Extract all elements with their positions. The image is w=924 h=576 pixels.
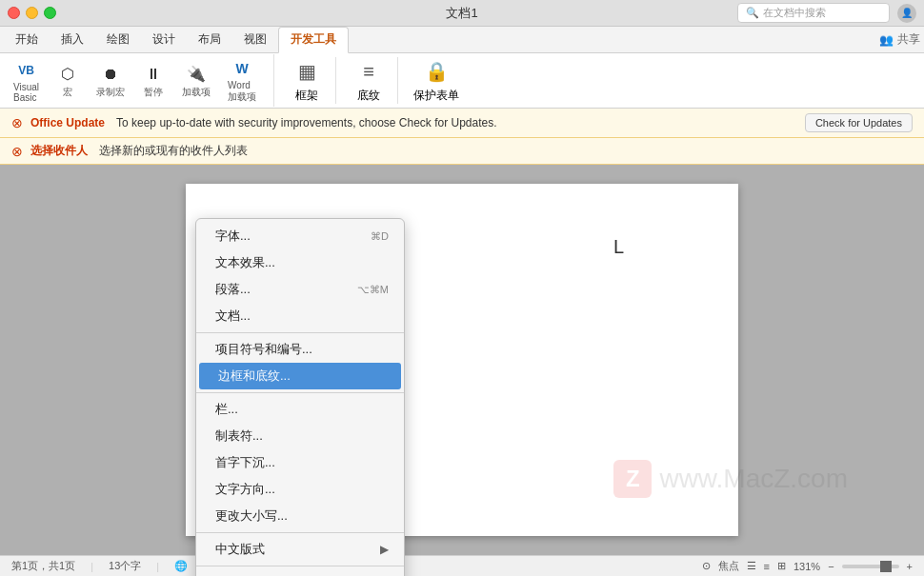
menu-item-bullets[interactable]: 项目符号和编号... [196, 336, 404, 363]
office-update-bar: ⊗ Office Update To keep up-to-date with … [0, 109, 924, 138]
recipient-title: 选择收件人 [30, 143, 88, 159]
view-mode-1[interactable]: ☰ [747, 560, 756, 572]
word-addon-button[interactable]: W Word加载项 [222, 54, 262, 107]
menu-item-text-direction[interactable]: 文字方向... [196, 476, 404, 503]
tab-insert[interactable]: 插入 [50, 28, 95, 52]
update-error-icon: ⊗ [11, 115, 23, 130]
share-button[interactable]: 👥 共享 [879, 31, 920, 52]
watermark-url: www.MacZ.com [659, 464, 848, 494]
close-button[interactable] [8, 7, 20, 19]
zoom-slider[interactable] [842, 565, 899, 568]
pause-label: 暂停 [144, 86, 163, 99]
texture-button[interactable]: ≡ [352, 57, 386, 86]
tab-devtools[interactable]: 开发工具 [278, 27, 349, 53]
vb-label: VisualBasic [13, 82, 39, 103]
traffic-lights [8, 7, 56, 19]
pause-icon: ⏸ [142, 63, 165, 86]
zoom-minus[interactable]: − [828, 561, 834, 572]
menu-label-document: 文档... [215, 308, 251, 325]
language: 🌐 [174, 560, 188, 572]
watermark-logo: Z [613, 460, 652, 498]
record-icon: ⏺ [99, 63, 122, 86]
addon-label: 加载项 [182, 86, 211, 99]
view-mode-2[interactable]: ≡ [764, 561, 770, 572]
menu-item-document[interactable]: 文档... [196, 303, 404, 329]
word-label: Word加载项 [228, 80, 256, 104]
vb-icon: VB [15, 59, 38, 82]
tab-design[interactable]: 设计 [141, 28, 187, 52]
recipient-error-icon: ⊗ [11, 144, 23, 159]
menu-label-bullets: 项目符号和编号... [215, 341, 312, 358]
menu-item-borders[interactable]: 边框和底纹... [199, 363, 401, 389]
addon-icon: 🔌 [185, 63, 208, 86]
zoom-level: 131% [793, 561, 820, 572]
search-icon: 🔍 [746, 7, 759, 19]
toolbar-group-frame: ▦ 框架 [290, 57, 336, 104]
search-box[interactable]: 🔍 在文档中搜索 [737, 3, 890, 23]
share-icon: 👥 [879, 33, 894, 47]
shortcut-font: ⌘D [371, 230, 389, 243]
addon-button[interactable]: 🔌 加载项 [176, 60, 216, 102]
menu-item-tabs[interactable]: 制表符... [196, 423, 404, 449]
search-placeholder: 在文档中搜索 [763, 6, 826, 20]
view-mode-3[interactable]: ⊞ [777, 560, 786, 572]
menu-label-text-direction: 文字方向... [215, 481, 275, 498]
frame-icon: ▦ [295, 60, 318, 83]
protect-button[interactable]: 🔒 [419, 57, 453, 86]
submenu-arrow: ▶ [380, 543, 389, 556]
menu-item-dropcap[interactable]: 首字下沉... [196, 449, 404, 476]
avatar: 👤 [897, 4, 916, 23]
word-icon: W [231, 57, 253, 80]
toolbar-group-texture: ≡ 底纹 [352, 57, 398, 104]
menu-label-font: 字体... [215, 228, 251, 245]
macro-button[interactable]: ⬡ 宏 [50, 60, 85, 102]
visual-basic-button[interactable]: VB VisualBasic [8, 56, 45, 106]
app-window: 文档1 🔍 在文档中搜索 👤 开始 插入 绘图 设计 布局 视图 开发工具 👥 … [0, 0, 924, 576]
toolbar-group-basic: VB VisualBasic ⬡ 宏 ⏺ 录制宏 ⏸ 暂停 🔌 加载项 [8, 54, 274, 107]
menu-label-dropcap: 首字下沉... [215, 454, 275, 471]
frame-label: 框架 [295, 88, 318, 104]
tab-layout[interactable]: 布局 [187, 28, 232, 52]
context-menu: 字体... ⌘D 文本效果... 段落... ⌥⌘M 文档... 项目符号和编号… [195, 218, 405, 576]
menu-divider-4 [196, 566, 404, 566]
window-title: 文档1 [446, 5, 477, 22]
record-macro-button[interactable]: ⏺ 录制宏 [90, 60, 131, 102]
status-sep-2: | [156, 561, 159, 572]
ribbon-tabs: 开始 插入 绘图 设计 布局 视图 开发工具 👥 共享 [0, 27, 924, 53]
status-right: ⊙ 焦点 ☰ ≡ ⊞ 131% − + [702, 559, 913, 573]
menu-label-paragraph: 段落... [215, 281, 251, 298]
page-count: 第1页，共1页 [11, 559, 75, 573]
menu-label-text-effect: 文本效果... [215, 254, 275, 271]
protect-label: 保护表单 [413, 88, 459, 104]
focus-label: 焦点 [718, 559, 739, 573]
pause-button[interactable]: ⏸ 暂停 [136, 60, 171, 102]
menu-label-chinese-layout: 中文版式 [215, 541, 265, 558]
toolbar-group-protect: 🔒 保护表单 [413, 57, 471, 104]
menu-label-borders: 边框和底纹... [218, 367, 291, 385]
lock-icon: 🔒 [425, 60, 448, 83]
minimize-button[interactable] [26, 7, 38, 19]
tab-start[interactable]: 开始 [4, 28, 50, 52]
content-area: L 送" 硫酸铝钾 " Z www.MacZ.com 字体... ⌘D 文本效果… [0, 165, 924, 555]
frame-button[interactable]: ▦ [290, 57, 324, 86]
zoom-plus[interactable]: + [907, 561, 913, 572]
texture-label: 底纹 [357, 88, 380, 104]
toolbar-top-row: VB VisualBasic ⬡ 宏 ⏺ 录制宏 ⏸ 暂停 🔌 加载项 [8, 54, 262, 107]
menu-label-tabs: 制表符... [215, 427, 263, 445]
menu-item-paragraph[interactable]: 段落... ⌥⌘M [196, 276, 404, 303]
menu-divider-3 [196, 532, 404, 533]
tab-draw[interactable]: 绘图 [95, 28, 141, 52]
menu-item-columns[interactable]: 栏... [196, 396, 404, 423]
menu-item-chinese-layout[interactable]: 中文版式 ▶ [196, 536, 404, 563]
tab-view[interactable]: 视图 [232, 28, 278, 52]
menu-item-text-effect[interactable]: 文本效果... [196, 249, 404, 276]
check-updates-button[interactable]: Check for Updates [805, 113, 913, 132]
menu-item-change-case[interactable]: 更改大小写... [196, 503, 404, 529]
macro-icon: ⬡ [56, 63, 79, 86]
shortcut-paragraph: ⌥⌘M [357, 284, 389, 296]
status-bar: 第1页，共1页 | 13个字 | 🌐 中文(中国) ⇕ ⊙ 焦点 ☰ ≡ ⊞ 1… [0, 555, 924, 576]
maximize-button[interactable] [44, 7, 56, 19]
menu-item-font[interactable]: 字体... ⌘D [196, 223, 404, 249]
menu-label-columns: 栏... [215, 401, 238, 418]
menu-item-styles[interactable]: 样式... [196, 569, 404, 576]
